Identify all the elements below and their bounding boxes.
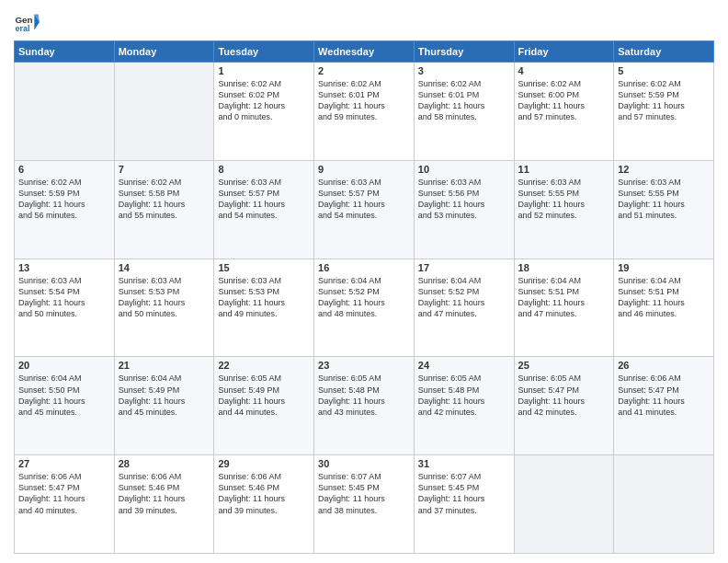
calendar-cell: 12Sunrise: 6:03 AM Sunset: 5:55 PM Dayli… <box>614 160 714 259</box>
day-info: Sunrise: 6:02 AM Sunset: 5:59 PM Dayligh… <box>18 177 110 222</box>
day-info: Sunrise: 6:06 AM Sunset: 5:46 PM Dayligh… <box>119 471 210 516</box>
calendar-cell: 1Sunrise: 6:02 AM Sunset: 6:02 PM Daylig… <box>214 63 314 161</box>
day-info: Sunrise: 6:02 AM Sunset: 5:59 PM Dayligh… <box>618 78 710 123</box>
day-info: Sunrise: 6:02 AM Sunset: 6:01 PM Dayligh… <box>418 78 510 123</box>
svg-text:eral: eral <box>15 24 29 33</box>
calendar-cell: 17Sunrise: 6:04 AM Sunset: 5:52 PM Dayli… <box>414 259 514 357</box>
calendar-cell: 21Sunrise: 6:04 AM Sunset: 5:49 PM Dayli… <box>114 357 214 455</box>
calendar-cell: 22Sunrise: 6:05 AM Sunset: 5:49 PM Dayli… <box>214 357 314 455</box>
day-info: Sunrise: 6:02 AM Sunset: 6:02 PM Dayligh… <box>218 78 310 123</box>
day-info: Sunrise: 6:06 AM Sunset: 5:47 PM Dayligh… <box>18 471 110 516</box>
calendar-cell <box>15 63 115 161</box>
day-number: 11 <box>518 164 610 175</box>
calendar-cell: 30Sunrise: 6:07 AM Sunset: 5:45 PM Dayli… <box>314 455 415 554</box>
day-number: 1 <box>218 65 310 76</box>
day-number: 3 <box>418 65 510 76</box>
header: Gen eral <box>14 9 714 35</box>
calendar: SundayMondayTuesdayWednesdayThursdayFrid… <box>14 40 714 554</box>
calendar-cell: 24Sunrise: 6:05 AM Sunset: 5:48 PM Dayli… <box>414 357 514 455</box>
day-number: 23 <box>318 360 410 371</box>
calendar-cell: 20Sunrise: 6:04 AM Sunset: 5:50 PM Dayli… <box>15 357 115 455</box>
day-info: Sunrise: 6:04 AM Sunset: 5:52 PM Dayligh… <box>418 275 510 320</box>
day-number: 26 <box>618 360 710 371</box>
day-number: 25 <box>518 360 610 371</box>
day-info: Sunrise: 6:06 AM Sunset: 5:46 PM Dayligh… <box>218 471 310 516</box>
day-number: 9 <box>318 164 410 175</box>
day-number: 7 <box>119 164 210 175</box>
calendar-cell: 10Sunrise: 6:03 AM Sunset: 5:56 PM Dayli… <box>414 160 514 259</box>
page: Gen eral SundayMondayTuesdayWednesdayThu… <box>0 0 728 563</box>
calendar-cell: 27Sunrise: 6:06 AM Sunset: 5:47 PM Dayli… <box>15 455 115 554</box>
day-info: Sunrise: 6:04 AM Sunset: 5:49 PM Dayligh… <box>119 373 210 418</box>
day-header-thursday: Thursday <box>414 41 514 63</box>
calendar-cell: 8Sunrise: 6:03 AM Sunset: 5:57 PM Daylig… <box>214 160 314 259</box>
day-info: Sunrise: 6:03 AM Sunset: 5:53 PM Dayligh… <box>119 275 210 320</box>
calendar-cell: 29Sunrise: 6:06 AM Sunset: 5:46 PM Dayli… <box>214 455 314 554</box>
day-number: 31 <box>418 458 510 469</box>
day-number: 10 <box>418 164 510 175</box>
day-number: 29 <box>218 458 310 469</box>
day-info: Sunrise: 6:03 AM Sunset: 5:56 PM Dayligh… <box>418 177 510 222</box>
day-info: Sunrise: 6:07 AM Sunset: 5:45 PM Dayligh… <box>318 471 410 516</box>
calendar-cell: 18Sunrise: 6:04 AM Sunset: 5:51 PM Dayli… <box>514 259 614 357</box>
day-info: Sunrise: 6:07 AM Sunset: 5:45 PM Dayligh… <box>418 471 510 516</box>
day-number: 6 <box>18 164 110 175</box>
day-info: Sunrise: 6:03 AM Sunset: 5:57 PM Dayligh… <box>318 177 410 222</box>
day-info: Sunrise: 6:06 AM Sunset: 5:47 PM Dayligh… <box>618 373 710 418</box>
day-header-tuesday: Tuesday <box>214 41 314 63</box>
day-number: 22 <box>218 360 310 371</box>
day-header-sunday: Sunday <box>15 41 115 63</box>
day-number: 21 <box>119 360 210 371</box>
day-number: 28 <box>119 458 210 469</box>
calendar-cell: 4Sunrise: 6:02 AM Sunset: 6:00 PM Daylig… <box>514 63 614 161</box>
day-header-friday: Friday <box>514 41 614 63</box>
calendar-cell: 5Sunrise: 6:02 AM Sunset: 5:59 PM Daylig… <box>614 63 714 161</box>
calendar-cell: 31Sunrise: 6:07 AM Sunset: 5:45 PM Dayli… <box>414 455 514 554</box>
day-header-monday: Monday <box>114 41 214 63</box>
day-info: Sunrise: 6:03 AM Sunset: 5:55 PM Dayligh… <box>618 177 710 222</box>
day-header-saturday: Saturday <box>614 41 714 63</box>
calendar-week-4: 20Sunrise: 6:04 AM Sunset: 5:50 PM Dayli… <box>15 357 714 455</box>
logo-icon: Gen eral <box>14 9 40 35</box>
day-number: 8 <box>218 164 310 175</box>
calendar-cell: 13Sunrise: 6:03 AM Sunset: 5:54 PM Dayli… <box>15 259 115 357</box>
day-number: 24 <box>418 360 510 371</box>
calendar-cell: 7Sunrise: 6:02 AM Sunset: 5:58 PM Daylig… <box>114 160 214 259</box>
calendar-cell <box>114 63 214 161</box>
day-info: Sunrise: 6:03 AM Sunset: 5:54 PM Dayligh… <box>18 275 110 320</box>
day-number: 13 <box>18 262 110 273</box>
day-number: 30 <box>318 458 410 469</box>
day-info: Sunrise: 6:03 AM Sunset: 5:57 PM Dayligh… <box>218 177 310 222</box>
day-info: Sunrise: 6:04 AM Sunset: 5:51 PM Dayligh… <box>618 275 710 320</box>
calendar-week-1: 1Sunrise: 6:02 AM Sunset: 6:02 PM Daylig… <box>15 63 714 161</box>
day-info: Sunrise: 6:04 AM Sunset: 5:52 PM Dayligh… <box>318 275 410 320</box>
calendar-cell: 14Sunrise: 6:03 AM Sunset: 5:53 PM Dayli… <box>114 259 214 357</box>
day-number: 14 <box>119 262 210 273</box>
day-number: 17 <box>418 262 510 273</box>
calendar-week-3: 13Sunrise: 6:03 AM Sunset: 5:54 PM Dayli… <box>15 259 714 357</box>
day-info: Sunrise: 6:04 AM Sunset: 5:50 PM Dayligh… <box>18 373 110 418</box>
day-info: Sunrise: 6:05 AM Sunset: 5:47 PM Dayligh… <box>518 373 610 418</box>
calendar-cell: 6Sunrise: 6:02 AM Sunset: 5:59 PM Daylig… <box>15 160 115 259</box>
calendar-cell <box>614 455 714 554</box>
day-info: Sunrise: 6:04 AM Sunset: 5:51 PM Dayligh… <box>518 275 610 320</box>
day-info: Sunrise: 6:03 AM Sunset: 5:55 PM Dayligh… <box>518 177 610 222</box>
calendar-cell: 28Sunrise: 6:06 AM Sunset: 5:46 PM Dayli… <box>114 455 214 554</box>
day-info: Sunrise: 6:02 AM Sunset: 5:58 PM Dayligh… <box>119 177 210 222</box>
day-number: 19 <box>618 262 710 273</box>
day-number: 18 <box>518 262 610 273</box>
calendar-week-2: 6Sunrise: 6:02 AM Sunset: 5:59 PM Daylig… <box>15 160 714 259</box>
calendar-week-5: 27Sunrise: 6:06 AM Sunset: 5:47 PM Dayli… <box>15 455 714 554</box>
day-number: 20 <box>18 360 110 371</box>
calendar-cell: 26Sunrise: 6:06 AM Sunset: 5:47 PM Dayli… <box>614 357 714 455</box>
calendar-cell: 25Sunrise: 6:05 AM Sunset: 5:47 PM Dayli… <box>514 357 614 455</box>
day-info: Sunrise: 6:05 AM Sunset: 5:48 PM Dayligh… <box>418 373 510 418</box>
calendar-cell: 19Sunrise: 6:04 AM Sunset: 5:51 PM Dayli… <box>614 259 714 357</box>
day-info: Sunrise: 6:05 AM Sunset: 5:49 PM Dayligh… <box>218 373 310 418</box>
logo: Gen eral <box>14 9 43 35</box>
day-number: 15 <box>218 262 310 273</box>
day-number: 12 <box>618 164 710 175</box>
calendar-cell: 3Sunrise: 6:02 AM Sunset: 6:01 PM Daylig… <box>414 63 514 161</box>
calendar-cell <box>514 455 614 554</box>
day-info: Sunrise: 6:02 AM Sunset: 6:00 PM Dayligh… <box>518 78 610 123</box>
